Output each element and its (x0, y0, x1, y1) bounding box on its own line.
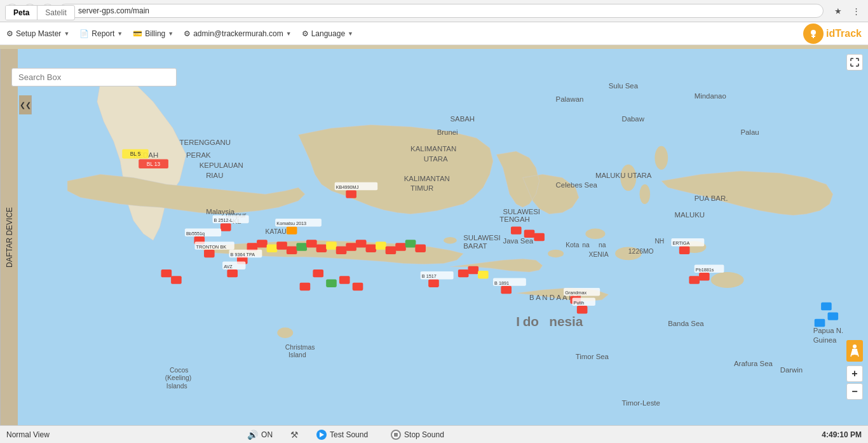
svg-rect-69 (267, 244, 278, 252)
sidebar-toggle[interactable]: ❮❮ (19, 95, 32, 114)
search-input[interactable] (11, 68, 177, 86)
svg-text:BARAT: BARAT (463, 242, 487, 250)
svg-rect-70 (276, 242, 287, 249)
svg-rect-113 (204, 250, 215, 257)
test-sound-button[interactable]: Test Sound (311, 428, 373, 441)
svg-text:do: do (523, 314, 539, 329)
svg-rect-79 (365, 244, 376, 252)
svg-text:Grandmax: Grandmax (565, 290, 587, 296)
svg-text:Arafura Sea: Arafura Sea (734, 360, 773, 367)
svg-text:Celebes Sea: Celebes Sea (556, 181, 598, 189)
svg-text:SULAWESI: SULAWESI (503, 208, 541, 215)
svg-rect-107 (227, 269, 238, 277)
svg-text:Islands: Islands (166, 383, 187, 390)
svg-rect-132 (300, 283, 311, 290)
svg-text:Sulu Sea: Sulu Sea (609, 82, 639, 90)
svg-rect-99 (511, 226, 522, 234)
svg-rect-88 (346, 190, 356, 198)
svg-text:1226MO: 1226MO (628, 248, 654, 255)
address-text: server-gps.com/main (78, 6, 149, 15)
zoom-controls: + − (846, 365, 863, 400)
svg-text:Brunei: Brunei (437, 128, 458, 136)
report-menu[interactable]: 📄 Report ▼ (79, 29, 123, 38)
svg-rect-105 (468, 266, 478, 274)
svg-point-6 (548, 250, 564, 257)
svg-rect-94 (287, 226, 297, 234)
test-sound-play-icon (316, 430, 327, 440)
svg-rect-141 (577, 306, 588, 313)
stop-square-icon (394, 433, 398, 437)
address-bar[interactable]: 🔒 server-gps.com/main (58, 4, 824, 18)
status-left: Normal View (6, 430, 50, 439)
setup-master-arrow: ▼ (64, 31, 69, 37)
svg-text:Kota: Kota (566, 242, 580, 249)
svg-text:Pb1881s: Pb1881s (696, 267, 714, 273)
svg-rect-74 (316, 244, 327, 252)
svg-text:Dabaw: Dabaw (621, 115, 644, 123)
svg-text:TIMUR: TIMUR (410, 184, 433, 192)
svg-rect-122 (821, 303, 832, 310)
svg-text:B 1517: B 1517 (422, 273, 437, 279)
sound-status[interactable]: 🔊 ON (242, 428, 278, 441)
svg-rect-82 (395, 243, 406, 250)
svg-text:KALIMANTAN: KALIMANTAN (410, 145, 456, 153)
svg-text:B 2512-L: B 2512-L (214, 217, 233, 223)
svg-text:Komatsu 2013: Komatsu 2013 (276, 221, 306, 226)
status-center: 🔊 ON ⚒ Test Sound Stop Sound (242, 428, 449, 441)
svg-point-147 (853, 344, 857, 348)
map-svg: Palawan Sulu Sea Mindanao Dabaw Palau SA… (18, 49, 868, 425)
svg-rect-136 (161, 269, 172, 277)
admin-arrow: ▼ (286, 31, 292, 37)
svg-rect-125 (679, 247, 690, 254)
svg-text:(Keeling): (Keeling) (165, 374, 192, 381)
map-expand-button[interactable] (846, 54, 863, 71)
language-icon: ⚙ (302, 29, 309, 38)
sound-label: ON (261, 430, 273, 439)
admin-icon: ⚙ (184, 29, 191, 38)
zoom-out-button[interactable]: − (846, 383, 863, 400)
billing-menu[interactable]: 💳 Billing ▼ (133, 29, 173, 38)
language-menu[interactable]: ⚙ Language ▼ (302, 29, 353, 38)
street-view-button[interactable] (846, 340, 863, 362)
svg-text:BL 5: BL 5 (130, 151, 141, 157)
svg-rect-83 (405, 240, 416, 247)
expand-icon (850, 58, 859, 67)
svg-rect-123 (828, 312, 839, 320)
svg-text:I: I (516, 314, 520, 329)
logo-text: idTrack (826, 28, 862, 39)
stop-sound-button[interactable]: Stop Sound (386, 428, 449, 441)
normal-view-label: Normal View (6, 430, 50, 439)
peta-tab[interactable]: Peta (6, 6, 37, 20)
svg-rect-106 (478, 271, 489, 278)
svg-point-2 (585, 228, 605, 239)
toolbar-items: ⚙ Setup Master ▼ 📄 Report ▼ 💳 Billing ▼ … (6, 29, 353, 38)
map-area[interactable]: Palawan Sulu Sea Mindanao Dabaw Palau SA… (18, 49, 868, 425)
status-time: 4:49:10 PM (822, 430, 862, 439)
svg-text:TERENGGANU: TERENGGANU (180, 139, 231, 146)
admin-menu[interactable]: ⚙ admin@trackermurah.com ▼ (184, 29, 291, 38)
report-arrow: ▼ (117, 31, 123, 37)
svg-text:UTARA: UTARA (424, 155, 448, 163)
menu-icon[interactable]: ⋮ (849, 4, 863, 18)
map-type-selector: Peta Satelit (5, 68, 177, 86)
svg-text:RIAU: RIAU (206, 172, 223, 179)
app-toolbar: ⚙ Setup Master ▼ 📄 Report ▼ 💳 Billing ▼ … (0, 22, 868, 45)
billing-arrow: ▼ (168, 31, 173, 37)
setup-master-menu[interactable]: ⚙ Setup Master ▼ (6, 29, 69, 38)
billing-icon: 💳 (133, 29, 142, 38)
svg-rect-91 (220, 223, 231, 231)
svg-rect-76 (336, 247, 347, 254)
svg-text:SULAWESI: SULAWESI (463, 234, 501, 242)
svg-rect-72 (296, 243, 307, 250)
language-arrow: ▼ (348, 31, 353, 37)
search-container (11, 68, 177, 86)
sidebar-label[interactable]: DAFTAR DEVICE (0, 49, 18, 425)
zoom-in-button[interactable]: + (846, 365, 863, 382)
satelit-tab[interactable]: Satelit (37, 6, 74, 20)
report-icon: 📄 (79, 29, 89, 38)
svg-point-0 (811, 30, 816, 35)
svg-point-4 (711, 272, 744, 288)
svg-rect-104 (458, 269, 469, 277)
svg-point-7 (444, 237, 457, 243)
bookmark-icon[interactable]: ★ (831, 4, 845, 18)
